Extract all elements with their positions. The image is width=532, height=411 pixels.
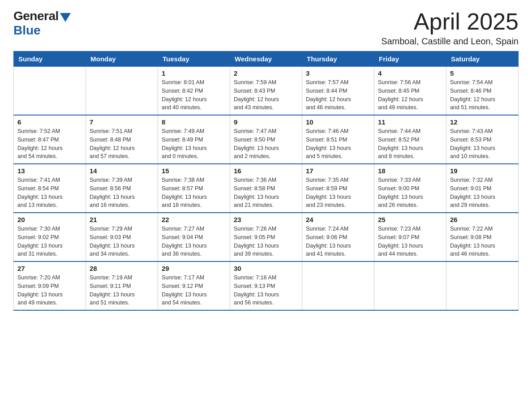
calendar-week-row: 1Sunrise: 8:01 AMSunset: 8:42 PMDaylight… xyxy=(14,67,519,116)
calendar-cell: 16Sunrise: 7:36 AMSunset: 8:58 PMDayligh… xyxy=(230,164,302,213)
calendar-week-row: 6Sunrise: 7:52 AMSunset: 8:47 PMDaylight… xyxy=(14,115,519,164)
day-info: Sunrise: 7:43 AMSunset: 8:53 PMDaylight:… xyxy=(450,127,515,161)
calendar-cell: 11Sunrise: 7:44 AMSunset: 8:52 PMDayligh… xyxy=(374,115,446,164)
month-title: April 2025 xyxy=(381,9,519,34)
calendar-week-row: 20Sunrise: 7:30 AMSunset: 9:02 PMDayligh… xyxy=(14,213,519,261)
calendar-cell: 1Sunrise: 8:01 AMSunset: 8:42 PMDaylight… xyxy=(158,67,230,116)
calendar-cell: 17Sunrise: 7:35 AMSunset: 8:59 PMDayligh… xyxy=(302,164,374,213)
day-info: Sunrise: 7:49 AMSunset: 8:49 PMDaylight:… xyxy=(162,127,226,161)
day-number: 18 xyxy=(378,167,442,175)
day-number: 14 xyxy=(90,167,154,175)
calendar-cell xyxy=(302,261,374,310)
weekday-header-monday: Monday xyxy=(86,51,158,67)
day-number: 19 xyxy=(450,167,515,175)
calendar-cell: 22Sunrise: 7:27 AMSunset: 9:04 PMDayligh… xyxy=(158,213,230,261)
day-info: Sunrise: 7:27 AMSunset: 9:04 PMDaylight:… xyxy=(162,225,226,258)
day-info: Sunrise: 7:17 AMSunset: 9:12 PMDaylight:… xyxy=(162,274,226,307)
day-number: 5 xyxy=(450,69,515,77)
day-number: 28 xyxy=(90,265,154,272)
logo-general-text: General xyxy=(13,9,59,23)
calendar-cell: 2Sunrise: 7:59 AMSunset: 8:43 PMDaylight… xyxy=(230,67,302,116)
calendar-cell: 18Sunrise: 7:33 AMSunset: 9:00 PMDayligh… xyxy=(374,164,446,213)
day-info: Sunrise: 7:44 AMSunset: 8:52 PMDaylight:… xyxy=(378,127,442,161)
weekday-header-friday: Friday xyxy=(374,51,446,67)
day-info: Sunrise: 7:19 AMSunset: 9:11 PMDaylight:… xyxy=(90,274,154,307)
day-number: 1 xyxy=(162,69,226,77)
calendar-cell: 9Sunrise: 7:47 AMSunset: 8:50 PMDaylight… xyxy=(230,115,302,164)
calendar-cell: 4Sunrise: 7:56 AMSunset: 8:45 PMDaylight… xyxy=(374,67,446,116)
calendar-cell: 10Sunrise: 7:46 AMSunset: 8:51 PMDayligh… xyxy=(302,115,374,164)
day-info: Sunrise: 7:26 AMSunset: 9:05 PMDaylight:… xyxy=(234,225,298,258)
day-info: Sunrise: 7:36 AMSunset: 8:58 PMDaylight:… xyxy=(234,176,298,210)
weekday-header-thursday: Thursday xyxy=(302,51,374,67)
logo-blue-text: Blue xyxy=(13,23,41,38)
day-number: 13 xyxy=(17,167,82,175)
calendar-cell: 20Sunrise: 7:30 AMSunset: 9:02 PMDayligh… xyxy=(14,213,86,261)
day-number: 21 xyxy=(90,216,154,223)
day-info: Sunrise: 7:32 AMSunset: 9:01 PMDaylight:… xyxy=(450,176,515,210)
day-number: 3 xyxy=(306,69,370,77)
calendar-cell xyxy=(14,67,86,116)
day-info: Sunrise: 7:56 AMSunset: 8:45 PMDaylight:… xyxy=(378,78,442,112)
calendar-week-row: 13Sunrise: 7:41 AMSunset: 8:54 PMDayligh… xyxy=(14,164,519,213)
day-number: 11 xyxy=(378,118,442,126)
day-number: 30 xyxy=(234,265,298,272)
day-info: Sunrise: 7:38 AMSunset: 8:57 PMDaylight:… xyxy=(162,176,226,210)
day-number: 20 xyxy=(17,216,82,223)
calendar-week-row: 27Sunrise: 7:20 AMSunset: 9:09 PMDayligh… xyxy=(14,261,519,310)
day-info: Sunrise: 7:16 AMSunset: 9:13 PMDaylight:… xyxy=(234,274,298,307)
day-info: Sunrise: 7:59 AMSunset: 8:43 PMDaylight:… xyxy=(234,78,298,112)
title-section: April 2025 Samboal, Castille and Leon, S… xyxy=(381,9,519,47)
calendar-cell: 27Sunrise: 7:20 AMSunset: 9:09 PMDayligh… xyxy=(14,261,86,310)
calendar-cell xyxy=(446,261,519,310)
calendar-table: SundayMondayTuesdayWednesdayThursdayFrid… xyxy=(13,51,519,311)
day-number: 2 xyxy=(234,69,298,77)
calendar-header-row: SundayMondayTuesdayWednesdayThursdayFrid… xyxy=(14,51,519,67)
day-info: Sunrise: 7:23 AMSunset: 9:07 PMDaylight:… xyxy=(378,225,442,258)
calendar-cell: 14Sunrise: 7:39 AMSunset: 8:56 PMDayligh… xyxy=(86,164,158,213)
calendar-cell: 15Sunrise: 7:38 AMSunset: 8:57 PMDayligh… xyxy=(158,164,230,213)
day-info: Sunrise: 8:01 AMSunset: 8:42 PMDaylight:… xyxy=(162,78,226,112)
day-number: 15 xyxy=(162,167,226,175)
day-number: 22 xyxy=(162,216,226,223)
logo-triangle-icon xyxy=(60,13,71,22)
weekday-header-sunday: Sunday xyxy=(14,51,86,67)
calendar-cell: 25Sunrise: 7:23 AMSunset: 9:07 PMDayligh… xyxy=(374,213,446,261)
day-number: 10 xyxy=(306,118,370,126)
day-number: 17 xyxy=(306,167,370,175)
day-number: 24 xyxy=(306,216,370,223)
day-number: 29 xyxy=(162,265,226,272)
logo: General Blue xyxy=(13,9,71,38)
calendar-cell xyxy=(374,261,446,310)
calendar-cell: 19Sunrise: 7:32 AMSunset: 9:01 PMDayligh… xyxy=(446,164,519,213)
calendar-cell: 26Sunrise: 7:22 AMSunset: 9:08 PMDayligh… xyxy=(446,213,519,261)
day-info: Sunrise: 7:39 AMSunset: 8:56 PMDaylight:… xyxy=(90,176,154,210)
day-number: 27 xyxy=(17,265,82,272)
calendar-cell: 28Sunrise: 7:19 AMSunset: 9:11 PMDayligh… xyxy=(86,261,158,310)
calendar-cell: 29Sunrise: 7:17 AMSunset: 9:12 PMDayligh… xyxy=(158,261,230,310)
calendar-cell: 8Sunrise: 7:49 AMSunset: 8:49 PMDaylight… xyxy=(158,115,230,164)
day-info: Sunrise: 7:20 AMSunset: 9:09 PMDaylight:… xyxy=(17,274,82,307)
day-number: 26 xyxy=(450,216,515,223)
day-number: 4 xyxy=(378,69,442,77)
day-info: Sunrise: 7:24 AMSunset: 9:06 PMDaylight:… xyxy=(306,225,370,258)
location-subtitle: Samboal, Castille and Leon, Spain xyxy=(381,36,519,47)
day-number: 8 xyxy=(162,118,226,126)
calendar-cell: 23Sunrise: 7:26 AMSunset: 9:05 PMDayligh… xyxy=(230,213,302,261)
weekday-header-wednesday: Wednesday xyxy=(230,51,302,67)
calendar-cell: 7Sunrise: 7:51 AMSunset: 8:48 PMDaylight… xyxy=(86,115,158,164)
calendar-cell: 6Sunrise: 7:52 AMSunset: 8:47 PMDaylight… xyxy=(14,115,86,164)
day-number: 7 xyxy=(90,118,154,126)
day-info: Sunrise: 7:33 AMSunset: 9:00 PMDaylight:… xyxy=(378,176,442,210)
day-number: 16 xyxy=(234,167,298,175)
calendar-cell: 21Sunrise: 7:29 AMSunset: 9:03 PMDayligh… xyxy=(86,213,158,261)
day-info: Sunrise: 7:51 AMSunset: 8:48 PMDaylight:… xyxy=(90,127,154,161)
day-info: Sunrise: 7:54 AMSunset: 8:46 PMDaylight:… xyxy=(450,78,515,112)
calendar-cell: 24Sunrise: 7:24 AMSunset: 9:06 PMDayligh… xyxy=(302,213,374,261)
calendar-cell: 3Sunrise: 7:57 AMSunset: 8:44 PMDaylight… xyxy=(302,67,374,116)
calendar-cell: 12Sunrise: 7:43 AMSunset: 8:53 PMDayligh… xyxy=(446,115,519,164)
day-number: 25 xyxy=(378,216,442,223)
calendar-cell: 30Sunrise: 7:16 AMSunset: 9:13 PMDayligh… xyxy=(230,261,302,310)
day-number: 12 xyxy=(450,118,515,126)
day-info: Sunrise: 7:41 AMSunset: 8:54 PMDaylight:… xyxy=(17,176,82,210)
